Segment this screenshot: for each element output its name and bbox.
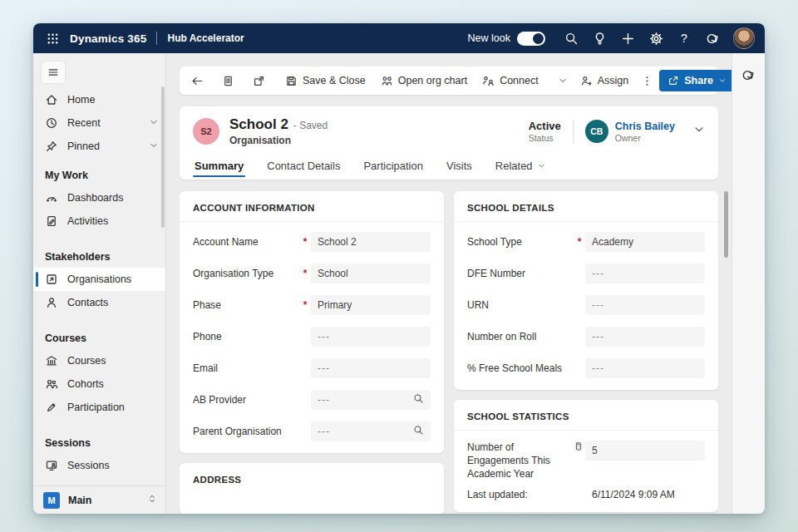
sidebar-item-recent[interactable]: Recent (33, 111, 165, 135)
site-map-sidebar: Home Recent Pinned My Work Dashboards (33, 53, 166, 514)
sidebar-item-home[interactable]: Home (33, 88, 165, 111)
waffle-menu-icon[interactable] (42, 27, 63, 49)
tab-related[interactable]: Related (494, 155, 548, 180)
sidebar-item-cohorts[interactable]: Cohorts (33, 372, 165, 396)
field-parent-organisation: Parent Organisation --- (193, 421, 431, 441)
user-avatar[interactable] (733, 27, 755, 49)
popout-button[interactable] (248, 70, 270, 91)
record-header-card: S2 School 2 - Saved Organisation Active … (180, 106, 718, 180)
phase-input[interactable]: Primary (311, 295, 431, 315)
chevron-down-icon[interactable] (149, 117, 159, 130)
parent-organisation-lookup[interactable]: --- (311, 421, 431, 441)
new-look-label: New look (468, 32, 510, 44)
plus-icon[interactable] (613, 26, 642, 51)
urn-input[interactable]: --- (585, 295, 705, 315)
email-input[interactable]: --- (311, 358, 431, 378)
more-commands-button[interactable] (637, 70, 658, 91)
app-title[interactable]: Dynamics 365 (70, 32, 146, 45)
engagements-value[interactable]: 5 (585, 441, 705, 461)
bank-icon (45, 354, 58, 367)
clipboard-icon (45, 214, 58, 228)
sidebar-item-organisations[interactable]: Organisations (33, 268, 165, 291)
sidebar-item-sessions[interactable]: Sessions (33, 454, 165, 477)
sidebar-item-label: Organisations (67, 273, 131, 285)
app-subtitle[interactable]: Hub Accelerator (167, 32, 244, 44)
main-scrollbar[interactable] (724, 191, 728, 258)
status-value: Active (529, 120, 561, 132)
screen-person-icon (45, 459, 58, 472)
number-on-roll-input[interactable]: --- (585, 327, 705, 347)
field-ab-provider: AB Provider --- (193, 390, 431, 410)
tab-contact-details[interactable]: Contact Details (265, 155, 342, 180)
sidebar-item-label: Dashboards (67, 192, 123, 204)
header-expand-chevron[interactable] (693, 124, 705, 139)
help-icon[interactable]: ? (670, 26, 698, 51)
field-school-type: School Type * Academy (467, 232, 705, 252)
field-dfe-number: DFE Number --- (467, 264, 705, 283)
sidebar-scrollbar[interactable] (161, 86, 165, 228)
toggle-knob (533, 33, 544, 44)
tab-visits[interactable]: Visits (445, 155, 474, 180)
sidebar-item-label: Participation (67, 401, 125, 413)
form-selector-button[interactable] (217, 70, 239, 91)
app-window: Dynamics 365 Hub Accelerator New look ? (33, 23, 765, 514)
record-avatar: S2 (193, 118, 219, 145)
field-email: Email --- (193, 358, 431, 378)
sidebar-item-courses[interactable]: Courses (33, 349, 165, 372)
sidebar-item-contacts[interactable]: Contacts (33, 291, 165, 314)
calculated-field-icon (574, 441, 584, 455)
assign-button[interactable]: Assign (574, 70, 636, 91)
tab-summary[interactable]: Summary (193, 155, 245, 180)
area-switcher[interactable]: M Main (33, 485, 165, 514)
share-button[interactable]: Share (659, 70, 732, 91)
section-title: SCHOOL DETAILS (454, 191, 718, 222)
owner-label: Owner (615, 133, 675, 143)
required-asterisk: * (299, 236, 311, 248)
search-icon[interactable] (557, 26, 585, 51)
sidebar-group-my-work: My Work (33, 158, 165, 186)
organisation-type-input[interactable]: School (311, 264, 431, 283)
lookup-search-icon[interactable] (413, 393, 424, 406)
copilot-icon[interactable] (737, 63, 761, 86)
share-icon (667, 75, 679, 86)
navbar-divider (156, 32, 157, 45)
sidebar-item-pinned[interactable]: Pinned (33, 135, 165, 158)
person-icon (45, 296, 58, 309)
command-overflow-chevron[interactable] (554, 70, 572, 91)
free-school-meals-input[interactable]: --- (585, 358, 705, 378)
hamburger-icon[interactable] (42, 62, 65, 83)
field-number-on-roll: Number on Roll --- (467, 327, 705, 347)
chevron-down-icon[interactable] (149, 140, 159, 153)
ab-provider-lookup[interactable]: --- (311, 390, 431, 410)
field-phase: Phase * Primary (193, 295, 431, 315)
sidebar-item-participation[interactable]: Participation (33, 396, 165, 419)
section-title: ACCOUNT INFORMATION (180, 191, 444, 222)
account-name-input[interactable]: School 2 (311, 232, 431, 252)
new-look-toggle[interactable] (517, 32, 545, 46)
people-group-icon (45, 377, 58, 391)
pencil-icon (45, 401, 58, 414)
status-label: Status (529, 133, 561, 143)
lightbulb-icon[interactable] (585, 26, 613, 51)
owner-name-link[interactable]: Chris Bailey (615, 121, 675, 132)
chevron-up-down-icon (147, 493, 157, 508)
sidebar-item-dashboards[interactable]: Dashboards (33, 186, 165, 209)
copilot-icon[interactable] (698, 26, 727, 51)
sidebar-item-activities[interactable]: Activities (33, 209, 165, 233)
sidebar-item-label: Pinned (67, 140, 100, 152)
field-account-name: Account Name * School 2 (193, 232, 431, 252)
tab-participation[interactable]: Participation (362, 155, 425, 180)
chevron-down-icon (718, 76, 727, 85)
back-button[interactable] (186, 70, 209, 91)
sidebar-item-label: Activities (67, 215, 108, 227)
owner-avatar: CB (585, 120, 608, 143)
connect-button[interactable]: Connect (475, 70, 545, 91)
dfe-number-input[interactable]: --- (585, 264, 705, 283)
phone-input[interactable]: --- (311, 327, 431, 347)
open-org-chart-button[interactable]: Open org chart (374, 70, 474, 91)
sidebar-item-label: Sessions (67, 460, 110, 471)
lookup-search-icon[interactable] (413, 425, 424, 438)
save-close-button[interactable]: Save & Close (278, 70, 372, 91)
school-type-input[interactable]: Academy (585, 232, 705, 252)
gear-icon[interactable] (642, 26, 670, 51)
